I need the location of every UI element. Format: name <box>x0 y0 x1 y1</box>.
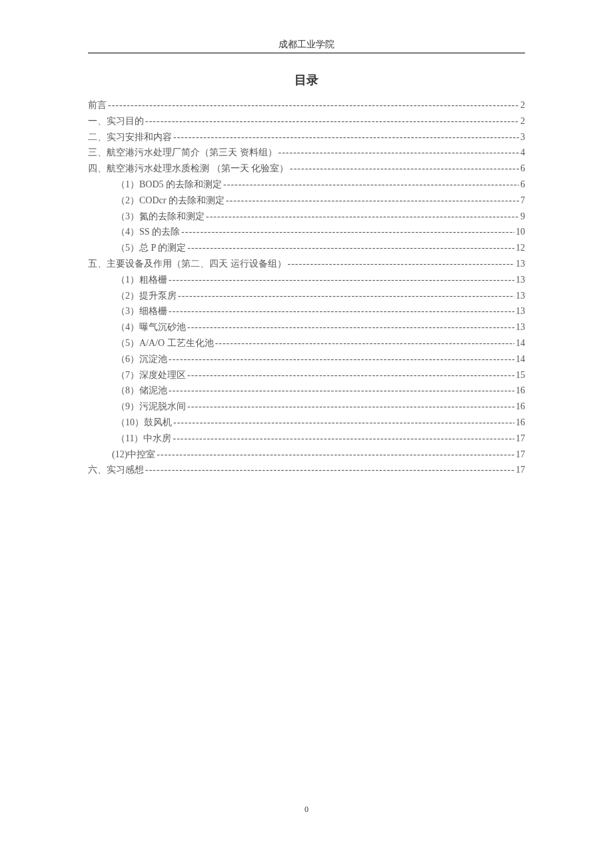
toc-leader <box>169 272 514 288</box>
toc-leader <box>173 129 519 145</box>
toc-leader <box>157 447 514 463</box>
toc-entry-page: 7 <box>520 193 525 209</box>
toc-leader <box>145 462 514 478</box>
toc-entry-page: 13 <box>516 288 525 304</box>
toc-entry-page: 13 <box>516 319 525 335</box>
toc-entry: （1）粗格栅13 <box>88 272 525 288</box>
toc-entry-label: （4）曝气沉砂池 <box>116 319 186 335</box>
toc-entry-page: 2 <box>520 113 525 129</box>
toc-entry: （9）污泥脱水间16 <box>88 399 525 415</box>
toc-container: 前言2一、实习目的2二、实习安排和内容3三、航空港污水处理厂简介（第三天 资料组… <box>88 97 525 478</box>
toc-leader <box>187 367 514 383</box>
toc-leader <box>169 303 514 319</box>
toc-entry-label: （11）中水房 <box>116 431 171 447</box>
toc-leader <box>145 113 519 129</box>
toc-entry: 六、实习感想17 <box>88 462 525 478</box>
toc-leader <box>288 256 515 272</box>
toc-entry-page: 10 <box>516 224 525 240</box>
toc-entry-page: 4 <box>520 145 525 161</box>
toc-leader <box>206 209 519 225</box>
toc-entry-label: （8）储泥池 <box>116 383 167 399</box>
toc-entry-page: 3 <box>520 129 525 145</box>
toc-entry-label: （6）沉淀池 <box>116 351 167 367</box>
toc-entry: （11）中水房17 <box>88 431 525 447</box>
toc-entry-label: 三、航空港污水处理厂简介（第三天 资料组） <box>88 145 277 161</box>
footer-page-number: 0 <box>0 805 613 815</box>
toc-leader <box>108 97 519 113</box>
toc-leader <box>223 177 519 193</box>
toc-entry-label: 二、实习安排和内容 <box>88 129 172 145</box>
toc-entry-label: （4）SS 的去除 <box>116 224 180 240</box>
toc-entry-page: 16 <box>516 399 525 415</box>
toc-leader <box>226 193 519 209</box>
toc-entry-label: 五、主要设备及作用（第二、四天 运行设备组） <box>88 256 287 272</box>
toc-entry: （5）A/A/O 工艺生化池14 <box>88 335 525 351</box>
toc-leader <box>173 431 514 447</box>
toc-entry: （2）提升泵房13 <box>88 288 525 304</box>
toc-entry-page: 16 <box>516 383 525 399</box>
toc-entry-label: 六、实习感想 <box>88 462 144 478</box>
toc-entry-label: （7）深度处理区 <box>116 367 186 383</box>
toc-entry-label: （3）氮的去除和测定 <box>116 209 205 225</box>
toc-entry-label: （3）细格栅 <box>116 303 167 319</box>
toc-leader <box>178 288 514 304</box>
toc-entry-page: 17 <box>516 447 525 463</box>
toc-entry: 五、主要设备及作用（第二、四天 运行设备组）13 <box>88 256 525 272</box>
toc-leader <box>215 335 514 351</box>
toc-leader <box>187 319 514 335</box>
toc-entry-page: 15 <box>516 367 525 383</box>
toc-entry-label: 一、实习目的 <box>88 113 144 129</box>
toc-entry-page: 16 <box>516 415 525 431</box>
toc-entry: （1）BOD5 的去除和测定6 <box>88 177 525 193</box>
toc-entry-page: 6 <box>520 161 525 177</box>
toc-entry-page: 14 <box>516 335 525 351</box>
toc-entry-page: 14 <box>516 351 525 367</box>
page-header: 成都工业学院 <box>88 0 525 53</box>
toc-entry-label: （2）提升泵房 <box>116 288 177 304</box>
toc-entry: 三、航空港污水处理厂简介（第三天 资料组）4 <box>88 145 525 161</box>
toc-entry-label: （5）总 P 的测定 <box>116 240 186 256</box>
toc-entry-page: 13 <box>516 272 525 288</box>
toc-entry: （8）储泥池16 <box>88 383 525 399</box>
toc-entry: （4）SS 的去除10 <box>88 224 525 240</box>
toc-leader <box>173 415 514 431</box>
toc-entry: （6）沉淀池14 <box>88 351 525 367</box>
toc-leader <box>279 145 520 161</box>
toc-entry: （7）深度处理区15 <box>88 367 525 383</box>
toc-entry-label: （2）CODcr 的去除和测定 <box>116 193 225 209</box>
toc-entry: （4）曝气沉砂池13 <box>88 319 525 335</box>
toc-entry-label: 四、航空港污水处理水质检测 （第一天 化验室） <box>88 161 289 177</box>
toc-leader <box>181 224 514 240</box>
toc-entry-label: （5）A/A/O 工艺生化池 <box>116 335 214 351</box>
toc-entry-page: 2 <box>520 97 525 113</box>
toc-entry-page: 9 <box>520 209 525 225</box>
header-text: 成都工业学院 <box>279 39 334 49</box>
toc-leader <box>169 351 514 367</box>
toc-leader <box>169 383 514 399</box>
toc-entry-page: 17 <box>516 462 525 478</box>
toc-entry-label: （1）BOD5 的去除和测定 <box>116 177 222 193</box>
toc-entry-label: （10）鼓风机 <box>116 415 172 431</box>
toc-entry: （10）鼓风机16 <box>88 415 525 431</box>
toc-entry: （5）总 P 的测定12 <box>88 240 525 256</box>
toc-entry-label: 前言 <box>88 97 107 113</box>
toc-entry: (12)中控室17 <box>88 447 525 463</box>
toc-entry-label: (12)中控室 <box>112 447 155 463</box>
toc-entry-page: 17 <box>516 431 525 447</box>
toc-entry: （3）氮的去除和测定9 <box>88 209 525 225</box>
toc-leader <box>290 161 519 177</box>
toc-entry-page: 13 <box>516 303 525 319</box>
toc-entry: 二、实习安排和内容3 <box>88 129 525 145</box>
toc-entry-page: 13 <box>516 256 525 272</box>
toc-entry: （3）细格栅13 <box>88 303 525 319</box>
toc-entry: （2）CODcr 的去除和测定7 <box>88 193 525 209</box>
toc-entry-page: 6 <box>520 177 525 193</box>
toc-entry: 一、实习目的2 <box>88 113 525 129</box>
toc-entry: 前言2 <box>88 97 525 113</box>
toc-entry-label: （9）污泥脱水间 <box>116 399 186 415</box>
toc-entry-page: 12 <box>516 240 525 256</box>
toc-entry-label: （1）粗格栅 <box>116 272 167 288</box>
toc-leader <box>187 399 514 415</box>
toc-leader <box>187 240 514 256</box>
toc-entry: 四、航空港污水处理水质检测 （第一天 化验室）6 <box>88 161 525 177</box>
